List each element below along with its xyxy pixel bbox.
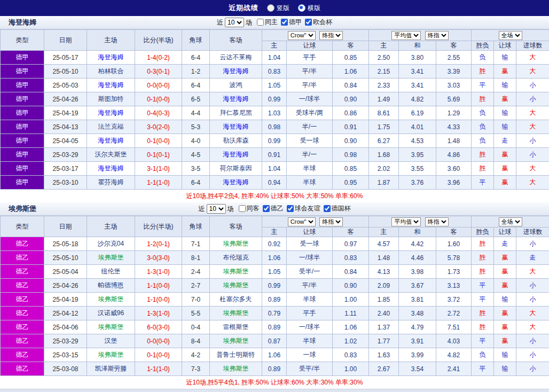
away-team-link[interactable]: 埃弗斯堡 <box>210 307 262 320</box>
corner-cell: 4-2 <box>182 348 210 362</box>
home-team-link[interactable]: 汉堡 <box>87 334 135 348</box>
away-team-link[interactable]: 雷根斯堡 <box>210 320 262 334</box>
away-team-link[interactable]: 海登海姆 <box>210 176 262 190</box>
away-team-link[interactable]: 波鸿 <box>210 79 262 92</box>
home-team-link[interactable]: 沃尔夫斯堡 <box>87 148 135 162</box>
filter-checkbox[interactable] <box>263 205 270 212</box>
handicap-home-odds-cell: 1.04 <box>262 51 287 65</box>
away-team-link[interactable]: 云达不莱梅 <box>210 51 262 65</box>
outcome-cell: 胜 <box>472 65 494 79</box>
away-team-link[interactable]: 海登海姆 <box>210 65 262 79</box>
scope-select[interactable]: 全场 <box>499 217 522 226</box>
league-type-cell: 德甲 <box>1 134 44 148</box>
home-team-link[interactable]: 帕德博恩 <box>87 279 135 293</box>
games-count-select[interactable]: 10 <box>207 204 226 214</box>
handicap-home-odds-cell: 1.04 <box>262 162 287 176</box>
away-team-link[interactable]: 海登海姆 <box>210 148 262 162</box>
home-team-link[interactable]: 法兰克福 <box>87 120 135 134</box>
home-team-link[interactable]: 海登海姆 <box>87 106 135 120</box>
col-score: 比分(半场) <box>135 216 182 237</box>
filter-checkbox[interactable] <box>287 205 294 212</box>
home-team-link[interactable]: 海登海姆 <box>87 79 135 92</box>
handicap-home-odds-cell: 0.98 <box>262 120 287 134</box>
outcome-cell: 胜 <box>472 251 494 265</box>
filter-checkbox[interactable] <box>257 19 264 26</box>
away-team-link[interactable]: 普鲁士明斯特 <box>210 348 262 362</box>
scope-select[interactable]: 全场 <box>499 31 522 40</box>
final-index-select-2[interactable]: 终指 <box>425 217 449 226</box>
col-type: 类型 <box>1 30 44 51</box>
home-team-link[interactable]: 埃弗斯堡 <box>87 251 135 265</box>
home-team-link[interactable]: 海登海姆 <box>87 134 135 148</box>
away-team-link[interactable]: 杜塞尔多夫 <box>210 293 262 307</box>
handicap-result-cell: 输 <box>494 348 516 362</box>
away-team-link[interactable]: 布伦瑞克 <box>210 251 262 265</box>
home-team-link[interactable]: 埃弗斯堡 <box>87 348 135 362</box>
match-row: 德乙25-04-12汉诺威961-3(1-0)5-5埃弗斯堡0.79平手1.11… <box>1 307 549 320</box>
filter-checkbox[interactable] <box>281 19 288 26</box>
euro-home-odds-cell: 2.50 <box>369 51 399 65</box>
goals-result-cell: 大 <box>516 265 549 279</box>
home-team-link[interactable]: 海登海姆 <box>87 162 135 176</box>
filter-欧会杯[interactable]: 欧会杯 <box>305 18 332 27</box>
col-ah-line: 让球 <box>287 228 333 237</box>
home-team-link[interactable]: 沙尔克04 <box>87 237 135 251</box>
average-select[interactable]: 平均值 <box>391 31 421 40</box>
filter-checkbox[interactable] <box>239 205 246 212</box>
away-team-link[interactable]: 埃弗斯堡 <box>210 334 262 348</box>
home-team-link[interactable]: 埃弗斯堡 <box>87 320 135 334</box>
layout-radio-vertical[interactable]: 竖版 <box>267 4 289 13</box>
home-team-link[interactable]: 海登海姆 <box>87 51 135 65</box>
away-team-link[interactable]: 埃弗斯堡 <box>210 237 262 251</box>
final-index-select[interactable]: 终指 <box>319 31 343 40</box>
league-type-cell: 德甲 <box>1 92 44 106</box>
euro-draw-odds-cell: 3.80 <box>399 51 436 65</box>
goals-result-cell: 大 <box>516 162 549 176</box>
goals-result-cell: 小 <box>516 348 549 362</box>
filter-checkbox[interactable] <box>324 205 331 212</box>
home-team-link[interactable]: 纽伦堡 <box>87 265 135 279</box>
match-row: 德乙25-05-10埃弗斯堡3-0(3-0)8-1布伦瑞克1.06一/球半0.8… <box>1 251 549 265</box>
handicap-line-cell: 半球 <box>287 334 333 348</box>
home-team-link[interactable]: 汉诺威96 <box>87 307 135 320</box>
away-team-link[interactable]: 海登海姆 <box>210 120 262 134</box>
euro-away-odds-cell: 1.60 <box>436 237 472 251</box>
handicap-line-cell: 平手 <box>287 51 333 65</box>
filter-德甲[interactable]: 德甲 <box>281 18 302 27</box>
home-team-link[interactable]: 埃弗斯堡 <box>87 293 135 307</box>
handicap-away-odds-cell: 0.84 <box>333 265 369 279</box>
away-team-link[interactable]: 勒沃库森 <box>210 134 262 148</box>
handicap-line-cell: 受球半/两 <box>287 106 333 120</box>
away-team-link[interactable]: 埃弗斯堡 <box>210 362 262 376</box>
league-type-cell: 德甲 <box>1 120 44 134</box>
home-team-link[interactable]: 斯图加特 <box>87 92 135 106</box>
handicap-line-cell: 半/一 <box>287 148 333 162</box>
outcome-cell: 胜 <box>472 237 494 251</box>
home-team-link[interactable]: 柏林联合 <box>87 65 135 79</box>
games-count-select[interactable]: 10 <box>225 18 244 27</box>
filter-同主[interactable]: 同主 <box>257 18 278 27</box>
home-team-link[interactable]: 凯泽斯劳滕 <box>87 362 135 376</box>
filter-checkbox[interactable] <box>305 19 312 26</box>
away-team-link[interactable]: 拜仁慕尼黑 <box>210 106 262 120</box>
games-label: 场 <box>246 18 252 27</box>
odds-company-select[interactable]: Crow" <box>288 31 316 40</box>
filter-controls: 近 10 场 同主德甲欧会杯 <box>217 18 332 27</box>
away-team-link[interactable]: 埃弗斯堡 <box>210 279 262 293</box>
average-select[interactable]: 平均值 <box>391 217 421 226</box>
away-team-link[interactable]: 埃弗斯堡 <box>210 265 262 279</box>
handicap-line-cell: 受一球 <box>287 134 333 148</box>
filter-德乙[interactable]: 德乙 <box>263 204 284 213</box>
score-cell: 1-1(0-0) <box>135 293 182 307</box>
filter-球会友谊[interactable]: 球会友谊 <box>287 204 320 213</box>
filter-同客[interactable]: 同客 <box>239 204 260 213</box>
final-index-select-2[interactable]: 终指 <box>425 31 449 40</box>
handicap-line-cell: 受一球 <box>287 237 333 251</box>
filter-德国杯[interactable]: 德国杯 <box>324 204 351 213</box>
odds-company-select[interactable]: Crow" <box>288 217 316 226</box>
layout-radio-horizontal[interactable]: 横版 <box>298 4 320 13</box>
away-team-link[interactable]: 荷尔斯泰因 <box>210 162 262 176</box>
final-index-select[interactable]: 终指 <box>319 217 343 226</box>
away-team-link[interactable]: 海登海姆 <box>210 92 262 106</box>
home-team-link[interactable]: 霍芬海姆 <box>87 176 135 190</box>
